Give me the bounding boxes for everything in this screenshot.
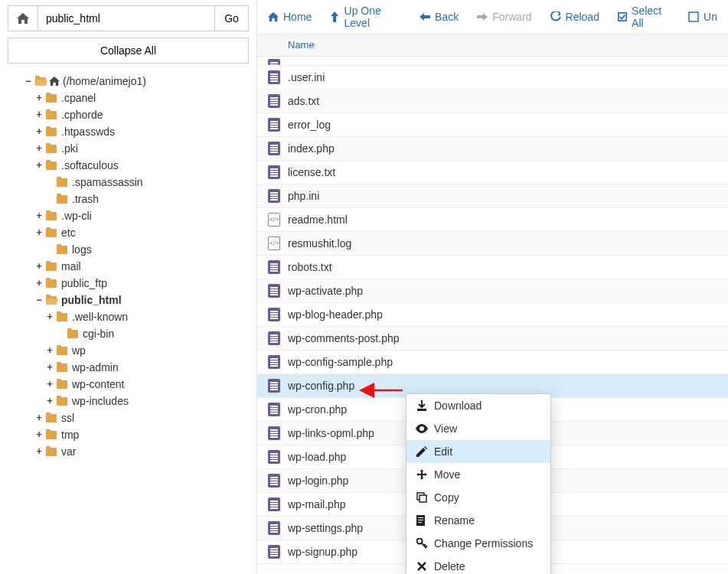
folder-tree: − (/home/animejo1) +.cpanel+.cphorde+.ht… [8, 73, 249, 460]
toggle-icon[interactable]: − [34, 292, 44, 308]
context-menu-download[interactable]: Download [406, 394, 550, 417]
toggle-icon[interactable]: + [34, 123, 44, 140]
toggle-icon[interactable]: + [44, 376, 55, 393]
svg-rect-6 [418, 517, 423, 518]
toggle-icon[interactable]: + [44, 342, 55, 359]
file-row-partial[interactable] [257, 57, 728, 66]
toolbar-back[interactable]: Back [419, 11, 459, 23]
tree-root[interactable]: − (/home/animejo1) [8, 73, 249, 90]
file-icon [263, 331, 285, 345]
tree-node[interactable]: +.pki [8, 140, 249, 157]
tree-node[interactable]: +.wp-cli [8, 207, 249, 224]
toggle-icon[interactable]: + [44, 359, 55, 376]
svg-rect-8 [418, 522, 422, 523]
toolbar-up[interactable]: Up One Level [330, 5, 401, 29]
tree-label: ssl [58, 409, 74, 426]
folder-closed-icon [44, 111, 58, 119]
tree-node[interactable]: +wp-includes [8, 393, 249, 409]
name-column-header[interactable]: Name [288, 39, 315, 51]
home-button[interactable] [8, 5, 38, 31]
tree-node[interactable]: +.softaculous [8, 157, 249, 174]
file-icon [263, 189, 285, 203]
folder-open-icon [34, 77, 47, 86]
download-icon [416, 400, 428, 411]
tree-node[interactable]: logs [8, 241, 249, 258]
toggle-icon[interactable]: + [34, 90, 44, 106]
collapse-all-button[interactable]: Collapse All [8, 38, 249, 64]
tree-node[interactable]: −public_html [8, 292, 249, 308]
context-menu-move[interactable]: Move [406, 463, 550, 486]
tree-node[interactable]: .spamassassin [8, 174, 249, 191]
toggle-icon[interactable]: + [34, 275, 44, 292]
tree-node[interactable]: +etc [8, 224, 249, 241]
context-menu-copy[interactable]: Copy [406, 486, 550, 509]
file-row[interactable]: wp-blog-header.php [257, 303, 728, 327]
file-row[interactable]: php.ini [257, 184, 728, 208]
tree-node[interactable]: +.cpanel [8, 90, 249, 106]
file-row[interactable]: wp-comments-post.php [257, 327, 728, 351]
file-row[interactable]: resmushit.log [257, 232, 728, 256]
toolbar-unselect[interactable]: Un [688, 11, 717, 23]
file-row[interactable]: readme.html [257, 208, 728, 232]
file-row[interactable]: license.txt [257, 161, 728, 184]
toggle-icon[interactable]: + [34, 409, 44, 426]
context-menu-delete[interactable]: Delete [406, 555, 550, 574]
toolbar-select-all[interactable]: Select All [618, 5, 670, 29]
toolbar-home[interactable]: Home [268, 11, 312, 23]
toggle-icon[interactable]: + [34, 140, 44, 157]
pencil-icon [416, 446, 428, 457]
path-input[interactable] [38, 5, 214, 31]
tree-node[interactable]: cgi-bin [8, 325, 249, 342]
tree-node[interactable]: +public_ftp [8, 275, 249, 292]
file-row[interactable]: ads.txt [257, 90, 728, 113]
tree-node[interactable]: +wp [8, 342, 249, 359]
file-row[interactable]: error_log [257, 113, 728, 137]
toggle-icon[interactable]: − [23, 73, 34, 90]
home-icon [268, 11, 279, 22]
file-icon [263, 284, 285, 298]
folder-closed-icon [55, 380, 69, 389]
tree-node[interactable]: +wp-admin [8, 359, 249, 376]
toggle-icon[interactable]: + [34, 157, 44, 174]
toggle-icon[interactable]: + [34, 426, 44, 443]
tree-label: .well-known [69, 308, 128, 325]
tree-label: .trash [69, 191, 99, 207]
folder-closed-icon [55, 178, 69, 187]
folder-closed-icon [44, 128, 58, 136]
toggle-icon[interactable]: + [34, 207, 44, 224]
context-menu-view[interactable]: View [406, 417, 550, 440]
file-row[interactable]: robots.txt [257, 256, 728, 279]
square-icon [688, 11, 699, 22]
tree-node[interactable]: .trash [8, 191, 249, 207]
svg-rect-0 [619, 12, 626, 20]
context-menu-label: Delete [434, 560, 465, 572]
tree-node[interactable]: +tmp [8, 426, 249, 443]
toggle-icon[interactable]: + [34, 258, 44, 275]
svg-rect-1 [689, 12, 698, 21]
tree-node[interactable]: +.cphorde [8, 106, 249, 123]
toggle-icon[interactable]: + [34, 106, 44, 123]
file-row[interactable]: index.php [257, 137, 728, 161]
context-menu-rename[interactable]: Rename [406, 509, 550, 532]
tree-node[interactable]: +ssl [8, 409, 249, 426]
toggle-icon[interactable]: + [44, 393, 55, 409]
tree-node[interactable]: +wp-content [8, 376, 249, 393]
go-button[interactable]: Go [214, 5, 249, 31]
file-row[interactable]: wp-activate.php [257, 279, 728, 303]
toggle-icon[interactable]: + [44, 308, 55, 325]
tree-node[interactable]: +var [8, 443, 249, 460]
context-menu-edit[interactable]: Edit [406, 440, 550, 463]
tree-node[interactable]: +mail [8, 258, 249, 275]
context-menu-change-permissions[interactable]: Change Permissions [406, 532, 550, 555]
reload-icon [550, 11, 561, 22]
file-icon [263, 142, 285, 155]
file-row[interactable]: .user.ini [257, 66, 728, 90]
toggle-icon[interactable]: + [34, 443, 44, 460]
tree-node[interactable]: +.htpasswds [8, 123, 249, 140]
toggle-icon[interactable]: + [34, 224, 44, 241]
tree-node[interactable]: +.well-known [8, 308, 249, 325]
tree-label: .htpasswds [58, 123, 115, 140]
tree-label: wp-content [69, 376, 124, 393]
toolbar-reload[interactable]: Reload [550, 11, 599, 23]
file-row[interactable]: wp-config-sample.php [257, 351, 728, 374]
